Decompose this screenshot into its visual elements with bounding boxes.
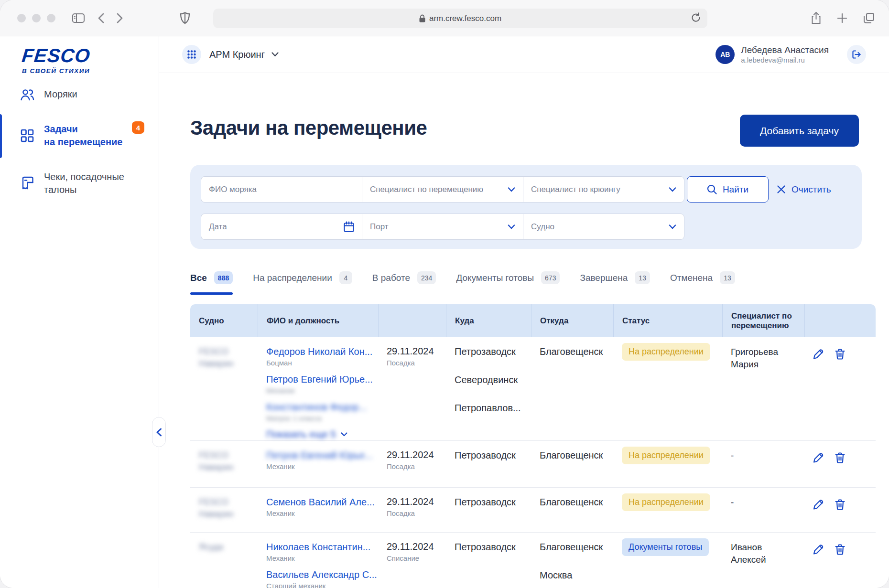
delete-icon[interactable]: [835, 499, 845, 510]
sidebar-item-relocation-tasks[interactable]: Задачи на перемещение 4: [0, 123, 159, 149]
user-name: Лебедева Анастасия: [741, 45, 829, 55]
logout-icon: [852, 50, 861, 59]
crew-cell: Петров Евгений Юрье... Механик: [258, 441, 378, 487]
address-bar[interactable]: arm.crew.fesco.com: [213, 9, 707, 28]
table-row: FESCO Наварин Семенов Василий Але... Мех…: [190, 488, 876, 533]
tab-count-badge: 4: [339, 271, 352, 284]
share-icon[interactable]: [811, 12, 821, 24]
crew-member-link[interactable]: Семенов Василий Але...: [266, 496, 373, 508]
seafarer-name-input[interactable]: [209, 185, 354, 194]
minimize-window-icon[interactable]: [32, 14, 41, 22]
crew-member-link[interactable]: Петров Евгений Юрье...: [266, 374, 373, 385]
tab-count-badge: 13: [720, 271, 735, 284]
clear-filters-button[interactable]: Очистить: [777, 176, 831, 203]
crew-member-link[interactable]: Федоров Николай Кон...: [266, 346, 373, 357]
status-cell: На распределении: [613, 441, 722, 487]
fesco-logo: FESCO В СВОЕЙ СТИХИИ: [22, 45, 159, 75]
destination-cell: Петрозаводск: [446, 488, 531, 532]
delete-icon[interactable]: [835, 452, 845, 463]
vessel-name-blurred: FESCO Наварин: [190, 337, 258, 440]
delete-icon[interactable]: [835, 349, 845, 360]
filter-panel: Специалист по перемещению Специалист по …: [190, 165, 862, 249]
privacy-shield-icon[interactable]: [180, 12, 190, 24]
new-tab-icon[interactable]: [837, 13, 847, 23]
crew-member-role: Механик: [266, 554, 373, 562]
tab-completed[interactable]: Завершена13: [580, 271, 650, 295]
show-more-link[interactable]: Показать еще 5: [266, 429, 373, 440]
tab-count-badge: 13: [635, 271, 650, 284]
calendar-icon[interactable]: [344, 221, 354, 233]
sidebar-collapse-button[interactable]: [152, 417, 166, 447]
chevron-down-icon[interactable]: [271, 50, 279, 59]
add-task-button[interactable]: Добавить задачу: [740, 115, 859, 147]
status-badge: На распределении: [622, 343, 710, 361]
crew-member-role: Боцман: [266, 359, 373, 367]
date-field[interactable]: Дата: [201, 214, 362, 240]
sidebar-nav: Моряки Задачи на перемещение 4: [0, 88, 159, 196]
edit-icon[interactable]: [813, 499, 824, 510]
search-button[interactable]: Найти: [687, 176, 769, 203]
edit-icon[interactable]: [813, 544, 824, 555]
user-email: a.lebedeva@mail.ru: [741, 56, 829, 64]
zoom-window-icon[interactable]: [47, 14, 55, 22]
tab-cancelled[interactable]: Отменена13: [670, 271, 735, 295]
close-window-icon[interactable]: [17, 14, 26, 22]
url-text: arm.crew.fesco.com: [429, 14, 501, 23]
tab-all[interactable]: Все888: [190, 271, 233, 295]
crew-member-role-blurred: Матрос 1 класса: [266, 414, 373, 422]
back-icon[interactable]: [98, 13, 104, 23]
origin-cell: Благовещенск: [531, 337, 613, 440]
main-area: АРМ Крюинг АВ Лебедева Анастасия a.lebed…: [159, 36, 889, 588]
tab-overview-icon[interactable]: [863, 12, 875, 24]
forward-icon[interactable]: [117, 13, 123, 23]
col-from: Откуда: [531, 304, 613, 337]
edit-icon[interactable]: [813, 452, 824, 463]
logout-button[interactable]: [847, 45, 866, 64]
actions-cell: [804, 488, 876, 532]
seafarer-name-field[interactable]: [201, 176, 362, 203]
sidebar-toggle-icon[interactable]: [72, 12, 85, 24]
specialist-cell: -: [722, 441, 804, 487]
tab-on-distribution[interactable]: На распределении4: [253, 271, 352, 295]
tab-in-progress[interactable]: В работе234: [372, 271, 436, 295]
reload-icon[interactable]: [692, 12, 701, 25]
origin-cell: Благовещенск Москва: [531, 533, 613, 588]
sidebar: FESCO В СВОЕЙ СТИХИИ Моряки: [0, 36, 159, 588]
traffic-lights[interactable]: [17, 14, 55, 22]
tab-documents-ready[interactable]: Документы готовы673: [456, 271, 560, 295]
app-switcher-label[interactable]: АРМ Крюинг: [209, 49, 265, 60]
crew-member-link[interactable]: Васильев Александр С...: [266, 569, 373, 580]
apps-grid-icon[interactable]: [182, 45, 201, 64]
date-cell: 29.11.2024 Посадка: [378, 337, 446, 440]
edit-icon[interactable]: [813, 349, 824, 359]
sidebar-item-label: Моряки: [44, 88, 77, 101]
col-date: [378, 304, 446, 337]
crew-member-role: Старший механик: [266, 582, 373, 588]
crew-member-link-blurred[interactable]: Константинов Федор...: [266, 401, 373, 413]
crew-member-link-blurred[interactable]: Петров Евгений Юрье...: [266, 449, 373, 461]
port-select[interactable]: Порт: [362, 214, 523, 240]
origin-cell: Благовещенск: [531, 441, 613, 487]
sidebar-item-seamen[interactable]: Моряки: [0, 88, 159, 101]
browser-window: arm.crew.fesco.com: [0, 0, 889, 588]
col-status: Статус: [613, 304, 722, 337]
search-icon: [707, 184, 717, 194]
crewing-specialist-select[interactable]: Специалист по крюингу: [523, 176, 684, 203]
user-info: Лебедева Анастасия a.lebedeva@mail.ru: [741, 45, 829, 64]
app-header: АРМ Крюинг АВ Лебедева Анастасия a.lebed…: [159, 36, 889, 73]
user-menu[interactable]: АВ Лебедева Анастасия a.lebedeva@mail.ru: [716, 45, 829, 64]
actions-cell: [804, 441, 876, 487]
active-indicator: [0, 114, 2, 158]
vessel-select[interactable]: Судно: [523, 214, 684, 240]
sidebar-item-receipts[interactable]: Чеки, посадочные талоны: [0, 171, 159, 196]
chevron-left-icon: [156, 428, 162, 437]
destination-cell: Петрозаводск: [446, 441, 531, 487]
delete-icon[interactable]: [835, 544, 845, 555]
relocation-specialist-select[interactable]: Специалист по перемещению: [362, 176, 523, 203]
col-actions: [804, 304, 876, 337]
crew-member-link[interactable]: Николаев Константин...: [266, 541, 373, 553]
table-row: Ясуда Николаев Константин... Механик Вас…: [190, 533, 876, 588]
crew-cell: Николаев Константин... Механик Васильев …: [258, 533, 378, 588]
specialist-cell: Григорьева Мария: [722, 337, 804, 440]
col-crew: ФИО и должность: [258, 304, 378, 337]
